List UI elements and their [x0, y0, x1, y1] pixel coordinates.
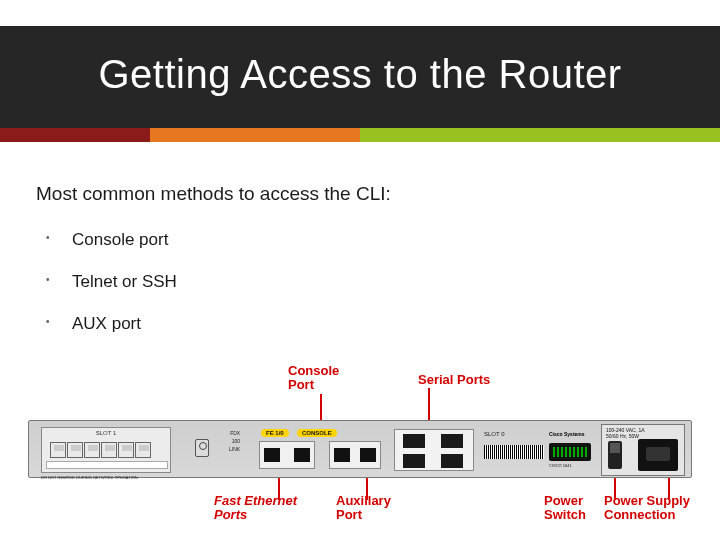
rj45-port [50, 442, 66, 458]
fe-port [294, 448, 310, 462]
leader-line [428, 388, 430, 422]
serial-port [403, 434, 425, 448]
lock-icon [195, 439, 209, 457]
callout-power-switch: Power Switch [544, 494, 586, 522]
brand-logo-icon [549, 443, 591, 461]
power-rating-label: 100-240 VAC, 1A 50/60 Hz, 50W [606, 427, 645, 439]
led-labels: FDX 100 LINK [229, 429, 240, 453]
serial-block [394, 429, 474, 471]
power-inlet-icon [638, 439, 678, 471]
serial-port [403, 454, 425, 468]
callout-power-supply: Power Supply Connection [604, 494, 690, 522]
accent-stripe [0, 128, 720, 142]
serial-port [441, 454, 463, 468]
callout-fastethernet: Fast Ethernet Ports [214, 494, 297, 522]
power-switch-icon [608, 441, 622, 469]
fastethernet-block [259, 441, 315, 469]
console-aux-block [329, 441, 381, 469]
bullet-list: Console port Telnet or SSH AUX port [46, 218, 177, 356]
do-not-remove-label: DO NOT REMOVE DURING NETWORK OPERATION [41, 475, 138, 480]
brand-label: Cisco Systems [549, 431, 585, 437]
expansion-slot: SLOT 1 [41, 427, 171, 473]
bullet-item: Console port [46, 230, 177, 250]
fe-port [264, 448, 280, 462]
rj45-port [135, 442, 151, 458]
router-diagram: Console Port Serial Ports SLOT 1 DO NOT … [28, 396, 692, 510]
bullet-item: Telnet or SSH [46, 272, 177, 292]
slot-label: SLOT 1 [42, 430, 170, 436]
serial-port [441, 434, 463, 448]
power-module: 100-240 VAC, 1A 50/60 Hz, 50W [601, 424, 685, 476]
label-fe: FE 1/0 [261, 429, 289, 437]
leader-line [320, 394, 322, 420]
slot0-label: SLOT 0 [484, 431, 505, 437]
label-console: CONSOLE [297, 429, 337, 437]
rj45-port [101, 442, 117, 458]
callout-serial: Serial Ports [418, 372, 490, 387]
callout-aux: Auxillary Port [336, 494, 391, 522]
aux-port [360, 448, 376, 462]
slide-title: Getting Access to the Router [0, 52, 720, 97]
model-label: CISCO 1841 [549, 463, 572, 468]
bullet-item: AUX port [46, 314, 177, 334]
barcode-icon [484, 445, 544, 459]
console-port [334, 448, 350, 462]
rj45-port [118, 442, 134, 458]
rj45-port [67, 442, 83, 458]
slot-info-strip [46, 461, 168, 469]
router-chassis: SLOT 1 DO NOT REMOVE DURING NETWORK OPER… [28, 420, 692, 478]
rj45-port [84, 442, 100, 458]
lead-text: Most common methods to access the CLI: [36, 183, 391, 205]
callout-console: Console Port [288, 364, 339, 392]
